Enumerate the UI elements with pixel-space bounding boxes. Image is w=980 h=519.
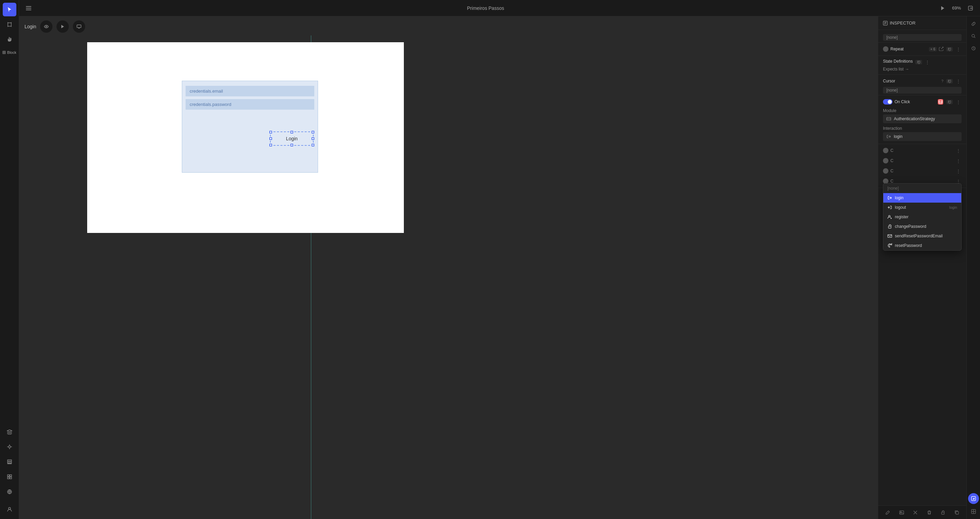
far-right-search-btn[interactable] bbox=[969, 31, 978, 41]
inspector-panel: INSPECTOR [none] Repeat + 6 f() ⋮ bbox=[878, 16, 966, 519]
left-nav-user[interactable] bbox=[3, 503, 16, 516]
canvas-viewport: credentials.email credentials.password bbox=[19, 35, 878, 519]
far-right-panel bbox=[966, 16, 980, 519]
dropdown-item-changepassword[interactable]: changePassword bbox=[883, 222, 961, 231]
dropdown-item-sendresetpassword[interactable]: sendResetPasswordEmail bbox=[883, 231, 961, 241]
handle-ml bbox=[269, 137, 272, 140]
none-value-badge: [none] bbox=[883, 34, 962, 41]
svg-rect-31 bbox=[956, 511, 959, 514]
repeat-label: Repeat bbox=[891, 47, 926, 51]
bottom-close-btn[interactable] bbox=[910, 508, 920, 517]
svg-rect-11 bbox=[8, 477, 9, 479]
left-nav-globe[interactable] bbox=[3, 485, 16, 498]
svg-rect-0 bbox=[8, 23, 11, 26]
dropdown-item-logout[interactable]: logout login bbox=[883, 203, 961, 212]
bottom-image-btn[interactable] bbox=[897, 508, 907, 517]
svg-rect-15 bbox=[26, 6, 31, 7]
svg-rect-16 bbox=[26, 8, 31, 8]
state-def-more-btn[interactable]: ⋮ bbox=[924, 59, 931, 65]
state-def-label: State Definitions bbox=[883, 59, 913, 64]
canvas-play-btn[interactable] bbox=[57, 21, 69, 33]
tool-frame[interactable] bbox=[3, 18, 16, 31]
on-click-label: On Click bbox=[894, 99, 935, 104]
tool-select[interactable] bbox=[3, 3, 16, 16]
dropdown-item-resetpassword[interactable]: resetPassword bbox=[883, 241, 961, 250]
interaction-label: Interaction bbox=[883, 126, 962, 131]
bottom-copy-btn[interactable] bbox=[952, 508, 962, 517]
handle-tl bbox=[269, 131, 272, 134]
bottom-edit-btn[interactable] bbox=[883, 508, 892, 517]
far-right-link-btn[interactable] bbox=[969, 19, 978, 29]
repeat-toggle[interactable] bbox=[883, 46, 888, 52]
collapsed-toggle-1[interactable] bbox=[883, 148, 888, 153]
canvas-frame[interactable]: credentials.email credentials.password bbox=[87, 42, 404, 233]
canvas-eye-btn[interactable] bbox=[40, 21, 52, 33]
far-right-grid-btn[interactable] bbox=[969, 507, 978, 516]
dropdown-changepassword-label: changePassword bbox=[895, 224, 926, 229]
svg-point-14 bbox=[8, 508, 11, 509]
collapsed-more-1[interactable]: ⋮ bbox=[955, 147, 962, 154]
dropdown-item-register[interactable]: register bbox=[883, 212, 961, 222]
page-title: Primeiros Passos bbox=[37, 5, 934, 11]
handle-br bbox=[312, 144, 314, 146]
handle-tc bbox=[290, 131, 293, 134]
on-click-more-btn[interactable]: ⋮ bbox=[955, 99, 962, 105]
collapsed-toggle-3[interactable] bbox=[883, 168, 888, 174]
share-icon[interactable] bbox=[965, 3, 976, 14]
cursor-label: Cursor bbox=[883, 79, 939, 83]
inspector-icon bbox=[883, 21, 888, 25]
login-button-label: Login bbox=[286, 136, 298, 141]
password-field[interactable]: credentials.password bbox=[186, 99, 314, 110]
svg-rect-9 bbox=[8, 475, 9, 476]
login-button-selected[interactable]: Login bbox=[270, 131, 313, 146]
svg-point-32 bbox=[972, 34, 975, 37]
dropdown-sendresetpassword-label: sendResetPasswordEmail bbox=[895, 234, 943, 239]
left-nav-layers[interactable] bbox=[3, 425, 16, 439]
repeat-plus-badge: + 6 bbox=[929, 47, 936, 51]
interaction-item[interactable]: login bbox=[883, 132, 962, 141]
canvas-monitor-btn[interactable] bbox=[73, 21, 85, 33]
on-click-row: On Click f() ⋮ bbox=[878, 97, 966, 107]
dropdown-logout-label: logout bbox=[895, 205, 906, 210]
far-right-edit-active-btn[interactable] bbox=[968, 493, 979, 504]
email-field[interactable]: credentials.email bbox=[186, 86, 314, 96]
interaction-dropdown: [none] login logout login bbox=[883, 183, 962, 251]
cursor-more-btn[interactable]: ⋮ bbox=[955, 78, 962, 84]
dropdown-item-none[interactable]: [none] bbox=[883, 183, 961, 193]
bottom-lock-btn[interactable] bbox=[938, 508, 948, 517]
inspector-body: [none] Repeat + 6 f() ⋮ State Definition… bbox=[878, 30, 966, 505]
bottom-trash-btn[interactable] bbox=[924, 508, 934, 517]
svg-point-19 bbox=[46, 26, 47, 27]
collapsed-more-3[interactable]: ⋮ bbox=[955, 167, 962, 174]
handle-tr bbox=[312, 131, 314, 134]
hamburger-menu[interactable] bbox=[23, 3, 34, 14]
module-label: Module bbox=[883, 108, 962, 113]
left-toolbar: Block bbox=[0, 0, 19, 519]
left-nav-stacks[interactable] bbox=[3, 455, 16, 469]
repeat-more-btn[interactable]: ⋮ bbox=[955, 46, 962, 53]
dropdown-changepassword-icon bbox=[888, 224, 892, 229]
repeat-row: Repeat + 6 f() ⋮ bbox=[878, 44, 966, 54]
left-nav-grid[interactable] bbox=[3, 470, 16, 484]
on-click-db-icon bbox=[937, 99, 943, 105]
svg-rect-7 bbox=[8, 462, 11, 463]
play-button[interactable] bbox=[937, 3, 948, 14]
cursor-row: Cursor ? f() ⋮ bbox=[878, 76, 966, 86]
collapsed-more-2[interactable]: ⋮ bbox=[955, 157, 962, 164]
expects-link[interactable]: Expects list → bbox=[883, 67, 962, 72]
state-definitions-section: State Definitions f() ⋮ Expects list → bbox=[878, 57, 966, 73]
collapsed-row-3: C ⋮ bbox=[878, 166, 966, 176]
left-nav-components[interactable] bbox=[3, 440, 16, 454]
module-item[interactable]: AuthenticationStrategy bbox=[883, 115, 962, 123]
canvas-header: Login bbox=[19, 16, 878, 35]
state-def-f0: f() bbox=[915, 60, 922, 64]
far-right-history-btn[interactable] bbox=[969, 44, 978, 53]
canvas-page-name: Login bbox=[24, 24, 36, 29]
tool-hand[interactable] bbox=[3, 33, 16, 46]
dropdown-item-login[interactable]: login bbox=[883, 193, 961, 203]
login-form-container[interactable]: credentials.email credentials.password bbox=[182, 81, 318, 173]
collapsed-toggle-2[interactable] bbox=[883, 158, 888, 164]
svg-rect-30 bbox=[942, 512, 944, 514]
svg-point-29 bbox=[900, 511, 901, 512]
on-click-toggle[interactable] bbox=[883, 99, 892, 105]
